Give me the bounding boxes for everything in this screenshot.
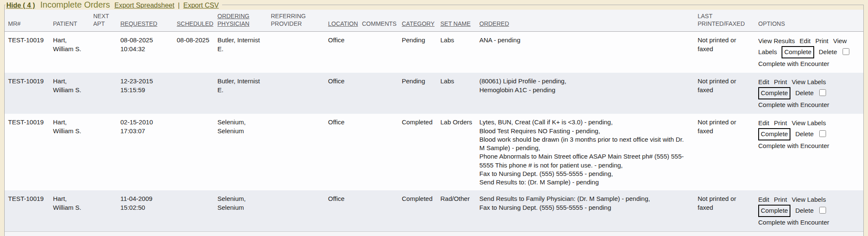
delete-link[interactable]: Delete bbox=[819, 48, 837, 55]
column-header-next-apt: NEXT APT bbox=[90, 10, 117, 32]
cell-comments bbox=[359, 114, 398, 190]
panel-legend: Hide ( 4 ) Incomplete Orders Export Spre… bbox=[6, 0, 222, 10]
edit-link[interactable]: Edit bbox=[800, 37, 811, 44]
edit-link[interactable]: Edit bbox=[758, 119, 769, 126]
cell-patient: Hart, William S. bbox=[50, 32, 90, 73]
cell-scheduled: 08-08-2025 bbox=[173, 32, 214, 73]
complete-link[interactable]: Complete bbox=[758, 205, 790, 217]
cell-last-printed-faxed: Not printed or faxed bbox=[694, 190, 755, 232]
column-header-options: OPTIONS bbox=[755, 10, 863, 32]
cell-comments bbox=[359, 32, 398, 73]
page-title: Incomplete Orders bbox=[40, 0, 110, 9]
cell-ordering-physician: Selenium, Selenium bbox=[214, 190, 267, 232]
table-row: TEST-10019 Hart, William S. 11-04-2009 1… bbox=[5, 190, 863, 232]
cell-patient: Hart, William S. bbox=[50, 190, 90, 232]
sort-category[interactable]: CATEGORY bbox=[402, 20, 434, 27]
cell-location: Office bbox=[325, 32, 359, 73]
column-header-set-name: SET NAME bbox=[437, 10, 476, 32]
cell-referring-provider bbox=[267, 32, 325, 73]
cell-category: Pending bbox=[398, 73, 437, 114]
complete-with-encounter-link[interactable]: Complete with Encounter bbox=[758, 59, 857, 69]
sort-ordering-physician[interactable]: ORDERING PHYSICIAN bbox=[217, 13, 249, 27]
cell-set-name: Lab Orders bbox=[437, 114, 476, 190]
complete-with-encounter-link[interactable]: Complete with Encounter bbox=[758, 141, 857, 151]
column-header-comments: COMMENTS bbox=[359, 10, 398, 32]
cell-ordering-physician: Butler, Internist E. bbox=[214, 73, 267, 114]
column-header-referring-provider: REFERRING PROVIDER bbox=[267, 10, 325, 32]
cell-referring-provider bbox=[267, 73, 325, 114]
order-select-checkbox[interactable] bbox=[819, 89, 826, 96]
view-labels-link[interactable]: View Labels bbox=[792, 78, 826, 85]
column-header-patient: PATIENT bbox=[50, 10, 90, 32]
edit-link[interactable]: Edit bbox=[758, 196, 769, 203]
complete-link[interactable]: Complete bbox=[758, 128, 790, 140]
incomplete-orders-panel: Hide ( 4 ) Incomplete Orders Export Spre… bbox=[4, 0, 864, 236]
hide-toggle-link[interactable]: Hide ( 4 ) bbox=[6, 2, 35, 9]
complete-with-encounter-link[interactable]: Complete with Encounter bbox=[758, 217, 857, 228]
cell-next-apt bbox=[90, 114, 117, 190]
cell-mr: TEST-10019 bbox=[5, 190, 50, 232]
cell-options: View Results Edit Print View Labels Comp… bbox=[755, 32, 863, 73]
order-select-checkbox[interactable] bbox=[819, 130, 826, 137]
complete-link[interactable]: Complete bbox=[782, 46, 814, 58]
column-header-ordering-physician: ORDERING PHYSICIAN bbox=[214, 10, 267, 32]
print-link[interactable]: Print bbox=[774, 196, 787, 203]
cell-scheduled bbox=[173, 190, 214, 232]
paging-status: DISPLAYING 1-4 / 4 bbox=[5, 232, 863, 236]
cell-last-printed-faxed: Not printed or faxed bbox=[694, 114, 755, 190]
sort-requested[interactable]: REQUESTED bbox=[120, 20, 157, 27]
print-link[interactable]: Print bbox=[774, 78, 787, 85]
cell-set-name: Labs bbox=[437, 73, 476, 114]
view-labels-link[interactable]: View Labels bbox=[792, 119, 826, 126]
cell-scheduled bbox=[173, 114, 214, 190]
cell-requested: 11-04-2009 15:02:50 bbox=[117, 190, 173, 232]
cell-set-name: Labs bbox=[437, 32, 476, 73]
cell-location: Office bbox=[325, 190, 359, 232]
complete-with-encounter-link[interactable]: Complete with Encounter bbox=[758, 100, 857, 110]
export-csv-link[interactable]: Export CSV bbox=[183, 2, 219, 9]
cell-location: Office bbox=[325, 114, 359, 190]
complete-link[interactable]: Complete bbox=[758, 87, 790, 99]
cell-requested: 02-15-2010 17:03:07 bbox=[117, 114, 173, 190]
table-footer-row: DISPLAYING 1-4 / 4 bbox=[5, 232, 863, 236]
export-spreadsheet-link[interactable]: Export Spreadsheet bbox=[114, 2, 174, 9]
column-header-location: LOCATION bbox=[325, 10, 359, 32]
view-labels-link[interactable]: View Labels bbox=[792, 196, 826, 203]
cell-ordering-physician: Selenium, Selenium bbox=[214, 114, 267, 190]
print-link[interactable]: Print bbox=[815, 37, 829, 44]
delete-link[interactable]: Delete bbox=[795, 207, 813, 214]
cell-comments bbox=[359, 190, 398, 232]
cell-patient: Hart, William S. bbox=[50, 114, 90, 190]
column-header-requested: REQUESTED bbox=[117, 10, 173, 32]
sort-ordered[interactable]: ORDERED bbox=[479, 20, 509, 27]
column-header-category: CATEGORY bbox=[398, 10, 437, 32]
column-header-mr: MR# bbox=[5, 10, 50, 32]
cell-ordered: Send Results to Family Physician: (Dr. M… bbox=[476, 190, 694, 232]
cell-scheduled bbox=[173, 73, 214, 114]
sort-scheduled[interactable]: SCHEDULED bbox=[177, 20, 213, 27]
cell-ordered: Lytes, BUN, Creat (Call if K+ is <3.0) -… bbox=[476, 114, 694, 190]
column-header-ordered: ORDERED bbox=[476, 10, 694, 32]
cell-options: Edit Print View Labels Complete Delete C… bbox=[755, 73, 863, 114]
cell-ordered: (80061) Lipid Profile - pending, Hemoglo… bbox=[476, 73, 694, 114]
order-select-checkbox[interactable] bbox=[843, 48, 849, 55]
delete-link[interactable]: Delete bbox=[795, 89, 813, 96]
cell-set-name: Rad/Other bbox=[437, 190, 476, 232]
cell-patient: Hart, William S. bbox=[50, 73, 90, 114]
edit-link[interactable]: Edit bbox=[758, 78, 769, 85]
cell-next-apt bbox=[90, 190, 117, 232]
cell-ordering-physician: Butler, Internist E. bbox=[214, 32, 267, 73]
sort-location[interactable]: LOCATION bbox=[328, 20, 358, 27]
view-results-link[interactable]: View Results bbox=[758, 37, 795, 44]
cell-referring-provider bbox=[267, 190, 325, 232]
table-row: TEST-10019 Hart, William S. 08-08-2025 1… bbox=[5, 32, 863, 73]
cell-comments bbox=[359, 73, 398, 114]
table-header-row: MR# PATIENT NEXT APT REQUESTED SCHEDULED… bbox=[5, 10, 863, 32]
cell-last-printed-faxed: Not printed or faxed bbox=[694, 32, 755, 73]
cell-requested: 08-08-2025 10:04:32 bbox=[117, 32, 173, 73]
sort-set-name[interactable]: SET NAME bbox=[440, 20, 470, 27]
cell-next-apt bbox=[90, 73, 117, 114]
print-link[interactable]: Print bbox=[774, 119, 787, 126]
order-select-checkbox[interactable] bbox=[819, 207, 826, 214]
delete-link[interactable]: Delete bbox=[795, 130, 813, 137]
